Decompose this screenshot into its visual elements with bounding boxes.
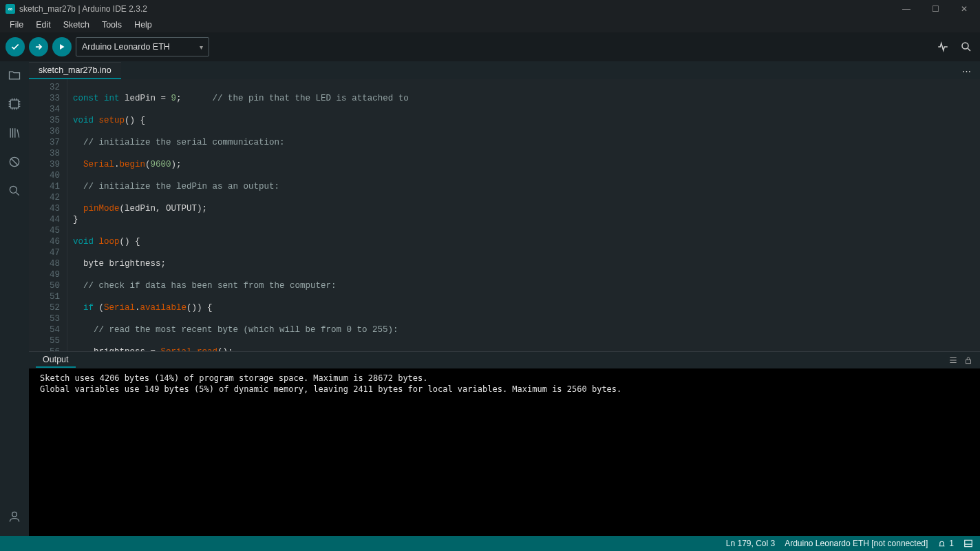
menu-tools[interactable]: Tools xyxy=(96,19,127,31)
svg-rect-6 xyxy=(965,540,972,546)
svg-point-0 xyxy=(962,43,968,49)
titlebar: ∞ sketch_mar27b | Arduino IDE 2.3.2 — ☐ … xyxy=(0,0,980,17)
code-content[interactable]: const int ledPin = 9; // the pin that th… xyxy=(67,79,980,351)
verify-button[interactable] xyxy=(6,37,25,56)
user-icon xyxy=(8,510,21,523)
editor-tab-label: sketch_mar27b.ino xyxy=(39,65,111,75)
window-close-button[interactable]: ✕ xyxy=(954,4,974,14)
sketchbook-button[interactable] xyxy=(5,65,24,85)
output-lock-button[interactable] xyxy=(963,355,973,365)
activity-bar xyxy=(0,61,29,536)
panel-icon xyxy=(963,539,973,548)
upload-button[interactable] xyxy=(29,37,48,56)
status-board[interactable]: Arduino Leonardo ETH [not connected] xyxy=(785,539,928,548)
magnify-icon xyxy=(960,41,972,53)
no-debug-icon xyxy=(8,155,21,169)
account-button[interactable] xyxy=(5,507,24,526)
serial-plotter-button[interactable] xyxy=(935,39,951,55)
tab-more-button[interactable]: ⋯ xyxy=(958,63,974,79)
status-notifications[interactable]: 1 xyxy=(937,539,954,548)
checkmark-icon xyxy=(10,42,20,52)
toolbar: Arduino Leonardo ETH ▾ xyxy=(0,32,980,61)
window-maximize-button[interactable]: ☐ xyxy=(925,4,946,14)
bell-icon xyxy=(937,539,946,548)
debug-button[interactable] xyxy=(52,37,72,56)
board-selector[interactable]: Arduino Leonardo ETH ▾ xyxy=(76,37,209,56)
lock-icon xyxy=(963,355,973,365)
output-wrap-button[interactable] xyxy=(948,355,958,365)
search-sidebar-button[interactable] xyxy=(5,181,24,200)
editor-tab[interactable]: sketch_mar27b.ino xyxy=(29,62,121,79)
status-notif-count: 1 xyxy=(949,539,954,548)
menu-file[interactable]: File xyxy=(4,19,29,31)
serial-monitor-button[interactable] xyxy=(958,39,974,55)
output-panel: Output Sketch uses 4206 bytes (14%) of p… xyxy=(29,351,980,536)
board-icon xyxy=(8,97,21,111)
output-tab[interactable]: Output xyxy=(36,353,76,368)
board-selector-label: Arduino Leonardo ETH xyxy=(82,42,170,52)
editor-tabbar: sketch_mar27b.ino ⋯ xyxy=(29,61,980,79)
debug-sidebar-button[interactable] xyxy=(5,152,24,171)
books-icon xyxy=(8,126,21,140)
status-cursor[interactable]: Ln 179, Col 3 xyxy=(726,539,775,548)
play-bug-icon xyxy=(57,42,67,52)
window-title: sketch_mar27b | Arduino IDE 2.3.2 xyxy=(19,4,147,14)
svg-rect-5 xyxy=(966,360,971,363)
lines-icon xyxy=(948,355,958,365)
line-number-gutter: 32 33 34 35 36 37 38 39 40 41 42 43 44 4… xyxy=(29,79,67,351)
menu-sketch[interactable]: Sketch xyxy=(58,19,95,31)
arrow-right-icon xyxy=(34,42,43,52)
library-manager-button[interactable] xyxy=(5,123,24,143)
statusbar: Ln 179, Col 3 Arduino Leonardo ETH [not … xyxy=(0,536,980,551)
chevron-down-icon: ▾ xyxy=(200,43,203,51)
code-editor[interactable]: 32 33 34 35 36 37 38 39 40 41 42 43 44 4… xyxy=(29,79,980,351)
output-body[interactable]: Sketch uses 4206 bytes (14%) of program … xyxy=(29,368,980,536)
svg-rect-1 xyxy=(10,100,19,108)
svg-point-4 xyxy=(12,512,17,517)
svg-point-3 xyxy=(10,186,17,193)
window-minimize-button[interactable]: — xyxy=(896,4,917,14)
pulse-icon xyxy=(937,41,949,53)
menubar: File Edit Sketch Tools Help xyxy=(0,17,980,32)
ellipsis-icon: ⋯ xyxy=(962,66,971,76)
menu-help[interactable]: Help xyxy=(129,19,158,31)
boards-manager-button[interactable] xyxy=(5,94,24,114)
status-panel-toggle[interactable] xyxy=(963,539,973,548)
menu-edit[interactable]: Edit xyxy=(30,19,56,31)
app-icon: ∞ xyxy=(6,4,15,14)
search-icon xyxy=(8,184,21,198)
folder-icon xyxy=(8,68,21,82)
